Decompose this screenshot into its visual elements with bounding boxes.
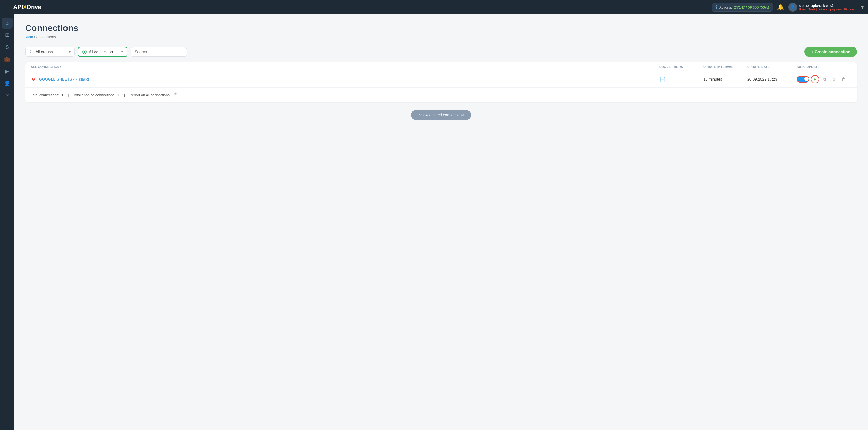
- sidebar-item-user[interactable]: 👤: [2, 78, 12, 89]
- log-icon[interactable]: 📄: [659, 76, 665, 82]
- sidebar: ⌂ ⊞ $ 💼 ▶ 👤 ?: [0, 14, 14, 430]
- total-connections-label: Total connections:: [31, 93, 59, 97]
- days-count: 30: [844, 8, 847, 11]
- groups-label: All groups: [36, 50, 53, 54]
- groups-dropdown[interactable]: 🗂 All groups ▾: [25, 47, 75, 57]
- sidebar-item-briefcase[interactable]: 💼: [2, 54, 12, 65]
- connection-link[interactable]: GOOGLE SHEETS -> (slack): [39, 77, 89, 82]
- col-log: LOG / ERRORS: [659, 65, 703, 68]
- table-row: G GOOGLE SHEETS -> (slack) 📄 10 minutes …: [25, 71, 857, 88]
- total-enabled-value: 1: [118, 93, 120, 97]
- user-info: demo_apix-drive_s2 Plan | Start | left u…: [799, 4, 855, 11]
- connection-filter-dropdown[interactable]: All connection ▾: [78, 47, 127, 57]
- google-icon: G: [31, 76, 36, 82]
- sidebar-item-play[interactable]: ▶: [2, 66, 12, 77]
- copy-button[interactable]: ⧉: [821, 75, 829, 83]
- total-enabled-label: Total enabled connections:: [73, 93, 116, 97]
- page-title: Connections: [25, 23, 857, 33]
- show-deleted-button[interactable]: Show deleted connections: [411, 110, 471, 120]
- sidebar-item-grid[interactable]: ⊞: [2, 30, 12, 41]
- show-deleted-section: Show deleted connections: [25, 110, 857, 120]
- bell-icon[interactable]: 🔔: [777, 4, 784, 10]
- date-cell: 20.09.2022 17:23: [747, 77, 797, 82]
- table-footer: Total connections: 1 | Total enabled con…: [25, 88, 857, 102]
- run-button[interactable]: ▶: [811, 75, 819, 84]
- toggle-thumb: [804, 76, 809, 81]
- chevron-down-icon: ▾: [69, 50, 70, 54]
- sidebar-item-billing[interactable]: $: [2, 42, 12, 53]
- actions-badge: ℹ Actions: 25'147 / 50'000 (50%): [712, 3, 773, 11]
- topnav: ☰ APIXDrive ℹ Actions: 25'147 / 50'000 (…: [0, 0, 868, 14]
- auto-update-toggle[interactable]: [797, 76, 809, 83]
- interval-cell: 10 minutes: [703, 77, 747, 82]
- log-cell: 📄: [659, 76, 703, 82]
- breadcrumb: Main / Connections: [25, 35, 857, 39]
- hamburger-icon[interactable]: ☰: [4, 4, 9, 10]
- toolbar: 🗂 All groups ▾ All connection ▾ + Create…: [25, 47, 857, 57]
- user-name: demo_apix-drive_s2: [799, 4, 855, 8]
- total-connections-value: 1: [61, 93, 63, 97]
- connection-name-cell: G GOOGLE SHEETS -> (slack): [31, 76, 659, 82]
- info-icon: ℹ: [715, 5, 717, 10]
- action-buttons-cell: ▶ ⧉ ⚙ 🗑: [797, 75, 851, 84]
- actions-label: Actions:: [719, 5, 732, 9]
- col-connections: ALL CONNECTIONS: [31, 65, 659, 68]
- search-box[interactable]: [131, 47, 187, 57]
- sidebar-item-home[interactable]: ⌂: [2, 18, 12, 29]
- interval-text: 10 minutes: [703, 77, 722, 82]
- breadcrumb-sep: /: [34, 35, 36, 39]
- logo-x: X: [23, 4, 27, 10]
- chevron-down-icon: ▾: [121, 50, 123, 54]
- main-layout: ⌂ ⊞ $ 💼 ▶ 👤 ? Connections Main / Connect…: [0, 14, 868, 430]
- breadcrumb-main[interactable]: Main: [25, 35, 33, 39]
- logo-api: API: [13, 4, 23, 10]
- logo-text: APIXDrive: [13, 4, 41, 11]
- logo-drive: Drive: [27, 4, 41, 10]
- user-plan: Plan | Start | left until payment 30 day…: [799, 8, 855, 11]
- table-header: ALL CONNECTIONS LOG / ERRORS UPDATE INTE…: [25, 62, 857, 71]
- chevron-down-icon[interactable]: ▾: [861, 4, 864, 10]
- col-date: UPDATE DATE: [747, 65, 797, 68]
- content-area: Connections Main / Connections 🗂 All gro…: [14, 14, 868, 430]
- report-label: Report on all connections:: [129, 93, 170, 97]
- actions-value: 25'147 / 50'000 (50%): [734, 5, 769, 9]
- col-interval: UPDATE INTERVAL: [703, 65, 747, 68]
- topnav-actions: ℹ Actions: 25'147 / 50'000 (50%) 🔔 👤 dem…: [712, 3, 864, 11]
- sidebar-item-help[interactable]: ?: [2, 90, 12, 101]
- connections-table: ALL CONNECTIONS LOG / ERRORS UPDATE INTE…: [25, 62, 857, 102]
- folder-icon: 🗂: [29, 50, 33, 54]
- connection-status-dot: [82, 50, 87, 54]
- breadcrumb-current: Connections: [36, 35, 56, 39]
- col-autoupdate: AUTO UPDATE: [797, 65, 851, 68]
- connection-filter-label: All connection: [89, 50, 113, 54]
- logo: APIXDrive: [13, 4, 41, 11]
- settings-button[interactable]: ⚙: [830, 75, 838, 83]
- date-text: 20.09.2022 17:23: [747, 77, 777, 82]
- avatar: 👤: [788, 3, 797, 11]
- search-input[interactable]: [135, 50, 183, 54]
- delete-button[interactable]: 🗑: [839, 75, 847, 83]
- user-section: 👤 demo_apix-drive_s2 Plan | Start | left…: [788, 3, 855, 11]
- report-icon[interactable]: 📋: [173, 92, 178, 97]
- create-connection-button[interactable]: + Create connection: [804, 47, 857, 57]
